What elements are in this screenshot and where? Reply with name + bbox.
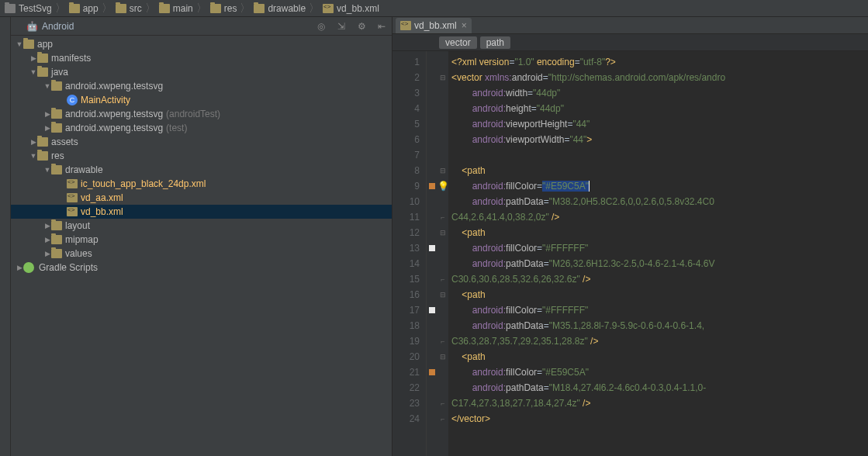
- breadcrumb-item[interactable]: TestSvg: [3, 3, 54, 14]
- tree-node-package[interactable]: ▶android.xwpeng.testsvg(test): [11, 121, 392, 135]
- gear-icon[interactable]: ⚙: [354, 19, 368, 33]
- folder-icon: [116, 4, 126, 13]
- left-gutter: [0, 17, 11, 456]
- folder-icon: [37, 54, 48, 63]
- folder-icon: [51, 109, 62, 119]
- fold-gutter: ⊟ ⊟ 💡 ⌐ ⊟ ⌐ ⊟ ⌐ ⊟ ⌐ ⌐: [437, 51, 448, 456]
- tree-node-layout[interactable]: ▶layout: [11, 219, 392, 233]
- code-editor[interactable]: 123456789101112131415161718192021222324 …: [393, 51, 868, 456]
- breadcrumb-item[interactable]: app: [67, 3, 100, 14]
- color-swatch-icon[interactable]: [429, 369, 435, 375]
- hide-icon[interactable]: ⇤: [375, 19, 389, 33]
- breadcrumb-item[interactable]: res: [209, 3, 239, 14]
- chevron-right-icon: ▶: [43, 222, 51, 230]
- folder-icon: [51, 123, 62, 133]
- chevron-down-icon: ▼: [16, 40, 23, 48]
- color-swatch-icon[interactable]: [429, 183, 435, 189]
- folder-icon: [210, 4, 221, 13]
- xml-file-icon: [67, 179, 78, 188]
- chevron-right-icon: 〉: [238, 2, 252, 16]
- tree-node-file[interactable]: ic_touch_app_black_24dp.xml: [11, 177, 392, 191]
- android-icon: 🤖: [26, 21, 37, 32]
- xml-crumb[interactable]: vector: [439, 36, 477, 49]
- folder-icon: [51, 165, 62, 174]
- breadcrumb-item-active[interactable]: vd_bb.xml: [321, 3, 381, 14]
- tree-node-file[interactable]: vd_aa.xml: [11, 191, 392, 205]
- tree-node-mipmap[interactable]: ▶mipmap: [11, 233, 392, 247]
- folder-icon: [23, 40, 34, 49]
- folder-icon: [254, 4, 265, 13]
- chevron-down-icon: ▼: [29, 68, 37, 76]
- chevron-right-icon: ▶: [43, 124, 51, 132]
- xml-crumb[interactable]: path: [480, 36, 510, 49]
- tree-node-app[interactable]: ▼app: [11, 37, 392, 51]
- class-icon: C: [67, 95, 78, 105]
- gradle-icon: [23, 262, 34, 273]
- tree-node-package[interactable]: ▼android.xwpeng.testsvg: [11, 79, 392, 93]
- project-tree[interactable]: ▼app ▶manifests ▼java ▼android.xwpeng.te…: [11, 36, 392, 456]
- editor-tabs: vd_bb.xml×: [393, 17, 868, 34]
- xml-file-icon: [400, 21, 411, 30]
- fold-toggle[interactable]: ⊟: [437, 163, 448, 178]
- tree-node-java[interactable]: ▼java: [11, 65, 392, 79]
- chevron-right-icon: ▶: [29, 54, 37, 62]
- tree-node-res[interactable]: ▼res: [11, 149, 392, 163]
- fold-toggle[interactable]: ⊟: [437, 349, 448, 364]
- tree-node-drawable[interactable]: ▼drawable: [11, 163, 392, 177]
- chevron-right-icon: 〉: [54, 2, 67, 16]
- folder-icon: [37, 151, 48, 161]
- xml-file-icon: [67, 207, 78, 216]
- tree-node-gradle[interactable]: ▶Gradle Scripts: [11, 261, 392, 275]
- target-icon[interactable]: ◎: [314, 19, 328, 33]
- fold-end: ⌐: [437, 411, 448, 427]
- color-swatch-icon[interactable]: [429, 307, 435, 313]
- tree-node-file-selected[interactable]: vd_bb.xml: [11, 205, 392, 219]
- chevron-right-icon: ▶: [43, 236, 51, 244]
- xml-file-icon: [323, 4, 334, 13]
- fold-toggle[interactable]: ⊟: [437, 225, 448, 240]
- structure-breadcrumb: vector path: [393, 34, 868, 51]
- breadcrumb-item[interactable]: main: [157, 3, 195, 14]
- xml-file-icon: [67, 193, 78, 202]
- collapse-icon[interactable]: ⇲: [334, 19, 348, 33]
- chevron-down-icon: ▼: [43, 166, 51, 174]
- project-panel: 🤖 Android ◎ ⇲ ⚙ ⇤ ▼app ▶manifests ▼java …: [11, 17, 393, 456]
- folder-icon: [51, 81, 62, 91]
- chevron-right-icon: ▶: [29, 138, 37, 146]
- fold-toggle[interactable]: ⊟: [437, 287, 448, 302]
- project-view-selector[interactable]: Android: [42, 21, 74, 32]
- bulb-icon[interactable]: 💡: [437, 178, 449, 194]
- chevron-right-icon: 〉: [195, 2, 209, 16]
- chevron-right-icon: ▶: [43, 110, 51, 118]
- tree-node-package[interactable]: ▶android.xwpeng.testsvg(androidTest): [11, 107, 392, 121]
- chevron-down-icon: ▼: [43, 82, 51, 90]
- chevron-right-icon: 〉: [144, 2, 157, 16]
- folder-icon: [51, 235, 62, 244]
- folder-icon: [51, 249, 62, 258]
- breadcrumb: TestSvg〉 app〉 src〉 main〉 res〉 drawable〉 …: [0, 0, 868, 17]
- editor-tab[interactable]: vd_bb.xml×: [396, 18, 472, 33]
- marker-gutter: [427, 51, 437, 456]
- project-panel-header: 🤖 Android ◎ ⇲ ⚙ ⇤: [11, 17, 392, 36]
- fold-end: ⌐: [437, 271, 448, 287]
- folder-icon: [37, 137, 48, 147]
- chevron-down-icon: ▼: [29, 152, 37, 160]
- tree-node-values[interactable]: ▶values: [11, 247, 392, 261]
- line-number-gutter: 123456789101112131415161718192021222324: [393, 51, 427, 456]
- tree-node-class[interactable]: CMainActivity: [11, 93, 392, 107]
- tree-node-manifests[interactable]: ▶manifests: [11, 51, 392, 65]
- close-icon[interactable]: ×: [462, 20, 467, 31]
- folder-icon: [159, 4, 170, 13]
- color-swatch-icon[interactable]: [429, 245, 435, 251]
- fold-end: ⌐: [437, 333, 448, 349]
- folder-icon: [5, 4, 16, 13]
- tree-node-assets[interactable]: ▶assets: [11, 135, 392, 149]
- folder-icon: [69, 4, 80, 13]
- editor-area: vd_bb.xml× vector path 12345678910111213…: [393, 17, 868, 456]
- code-content[interactable]: <?xml version="1.0" encoding="utf-8"?> <…: [448, 51, 868, 456]
- breadcrumb-item[interactable]: drawable: [252, 3, 307, 14]
- chevron-right-icon: 〉: [100, 2, 114, 16]
- breadcrumb-item[interactable]: src: [114, 3, 144, 14]
- chevron-right-icon: ▶: [43, 250, 51, 257]
- fold-toggle[interactable]: ⊟: [437, 70, 448, 85]
